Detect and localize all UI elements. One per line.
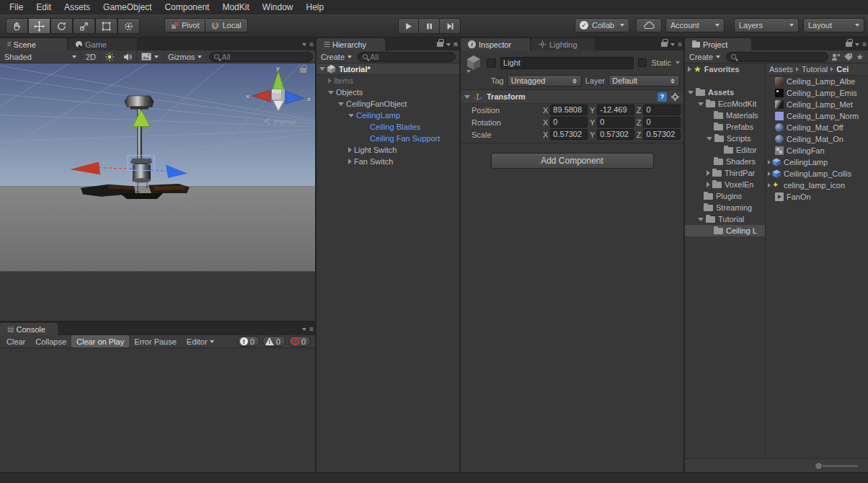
lock-icon[interactable] — [846, 42, 852, 47]
foldout-icon[interactable] — [328, 78, 332, 84]
breadcrumb-current[interactable]: Cei — [836, 65, 849, 74]
slider-track[interactable] — [822, 465, 858, 467]
asset-ceiling-mat-off[interactable]: Ceiling_Mat_Off — [766, 122, 868, 133]
tree-materials[interactable]: Materials — [685, 110, 765, 121]
scale-y-field[interactable]: 0.57302 — [597, 129, 634, 140]
search-by-type-icon[interactable] — [831, 53, 841, 61]
clear-on-play-button[interactable]: Clear on Play — [71, 335, 129, 347]
info-count-badge[interactable]: ! 0 — [237, 336, 260, 347]
scene-audio-toggle[interactable] — [119, 50, 137, 63]
transform-header[interactable]: Transform ? — [461, 90, 683, 104]
menu-assets[interactable]: Assets — [58, 0, 97, 14]
foldout-icon[interactable] — [768, 172, 771, 176]
scale-x-field[interactable]: 0.57302 — [550, 129, 588, 140]
hierarchy-item-ceiling-blades[interactable]: Ceiling Blades — [316, 121, 459, 133]
asset-ceiling-lamp-emissive[interactable]: Ceiling_Lamp_Emis — [766, 87, 868, 99]
foldout-icon[interactable] — [707, 137, 712, 141]
create-dropdown[interactable]: Create — [686, 53, 723, 61]
tree-favorites[interactable]: ★ Favorites — [685, 63, 765, 75]
gizmos-dropdown[interactable]: Gizmos — [164, 50, 207, 63]
thumbnail-size-slider[interactable] — [685, 458, 868, 472]
breadcrumb-assets[interactable]: Assets — [769, 65, 793, 74]
rotate-tool-button[interactable] — [50, 18, 73, 34]
gameobject-name-field[interactable]: Light — [500, 57, 634, 69]
foldout-icon[interactable] — [464, 95, 470, 99]
editor-dropdown[interactable]: Editor — [182, 335, 219, 347]
collapse-button[interactable]: Collapse — [30, 335, 71, 347]
play-button[interactable] — [398, 18, 419, 34]
asset-ceiling-lamp-metallic[interactable]: Ceiling_Lamp_Met — [766, 99, 868, 110]
foldout-icon[interactable] — [348, 147, 352, 153]
move-tool-button[interactable] — [28, 18, 50, 34]
tab-console[interactable]: ▤ Console — [0, 323, 58, 335]
tab-lighting[interactable]: Lighting — [531, 38, 595, 50]
tab-hierarchy[interactable]: ☰ Hierarchy — [316, 38, 385, 50]
pause-button[interactable] — [419, 18, 440, 34]
hierarchy-item-ceilinglamp[interactable]: CeilingLamp — [316, 110, 459, 121]
lock-icon[interactable] — [661, 42, 668, 47]
pivot-toggle-button[interactable]: Pivot — [164, 18, 205, 32]
foldout-icon[interactable] — [319, 67, 325, 71]
tree-scripts[interactable]: Scripts — [685, 133, 765, 144]
static-checkbox[interactable] — [638, 58, 647, 67]
tab-inspector[interactable]: i Inspector — [461, 38, 530, 50]
asset-ceilinglamp-collision-prefab[interactable]: CeilingLamp_Collis — [766, 168, 868, 180]
tree-assets[interactable]: Assets — [685, 87, 765, 98]
panel-divider[interactable] — [0, 321, 315, 322]
layer-dropdown[interactable]: Default — [608, 75, 680, 87]
console-log-area[interactable] — [0, 348, 315, 470]
menu-file[interactable]: File — [3, 0, 30, 14]
foldout-icon[interactable] — [698, 218, 704, 221]
asset-ceiling-lamp-icon-sprite[interactable]: celing_lamp_icon — [766, 180, 868, 191]
scale-tool-button[interactable] — [73, 18, 95, 34]
foldout-icon[interactable] — [707, 182, 710, 187]
tree-plugins[interactable]: Plugins — [685, 190, 765, 202]
panel-divider[interactable] — [683, 37, 685, 472]
scene-tab-menu[interactable]: ≡ — [302, 40, 313, 48]
chevron-down-icon[interactable] — [670, 43, 675, 46]
project-search-input[interactable] — [726, 52, 828, 62]
foldout-icon[interactable] — [707, 170, 710, 176]
hierarchy-search-input[interactable] — [358, 52, 456, 62]
chevron-down-icon[interactable] — [855, 43, 859, 46]
tree-shaders[interactable]: Shaders — [685, 156, 765, 167]
add-component-button[interactable]: Add Component — [491, 153, 654, 169]
rotation-z-field[interactable]: 0 — [643, 117, 681, 128]
tab-project[interactable]: Project — [685, 38, 751, 50]
scene-effects-dropdown[interactable] — [137, 50, 164, 63]
menu-gameobject[interactable]: GameObject — [97, 0, 158, 14]
asset-fanon-clip[interactable]: FanOn — [766, 191, 868, 203]
menu-help[interactable]: Help — [300, 0, 331, 14]
hand-tool-button[interactable] — [6, 18, 28, 34]
composite-tool-button[interactable] — [118, 18, 140, 34]
lock-icon[interactable] — [437, 42, 443, 47]
tree-ecomodkit[interactable]: EcoModKit — [685, 98, 765, 110]
foldout-icon[interactable] — [698, 102, 704, 106]
asset-ceiling-lamp-normal[interactable]: Ceiling_Lamp_Norm — [766, 110, 868, 122]
account-dropdown[interactable]: Account — [665, 18, 725, 32]
menu-edit[interactable]: Edit — [30, 0, 58, 14]
foldout-icon[interactable] — [768, 183, 771, 187]
tree-tutorial[interactable]: Tutorial — [685, 213, 765, 225]
error-count-badge[interactable]: ! 0 — [288, 336, 311, 347]
2d-toggle-button[interactable]: 2D — [81, 50, 101, 63]
scene-viewport[interactable]: y x z Persp — [0, 63, 315, 322]
hierarchy-item-fan-switch[interactable]: Fan Switch — [316, 156, 459, 167]
menu-window[interactable]: Window — [256, 0, 300, 14]
panel-divider[interactable] — [315, 37, 316, 472]
asset-ceiling-mat-on[interactable]: Ceiling_Mat_On — [766, 133, 868, 145]
clear-button[interactable]: Clear — [1, 335, 30, 347]
tab-game[interactable]: Game — [68, 38, 137, 50]
create-dropdown[interactable]: Create — [318, 53, 355, 61]
local-toggle-button[interactable]: Local — [205, 18, 247, 32]
asset-ceilingfan-controller[interactable]: CeilingFan — [766, 145, 868, 156]
collab-dropdown[interactable]: ✓ Collab — [575, 18, 629, 32]
foldout-icon[interactable] — [348, 159, 352, 164]
foldout-icon[interactable] — [688, 66, 691, 72]
menu-component[interactable]: Component — [158, 0, 216, 14]
menu-modkit[interactable]: ModKit — [216, 0, 255, 14]
tree-prefabs[interactable]: Prefabs — [685, 121, 765, 133]
foldout-icon[interactable] — [768, 160, 771, 164]
panel-divider[interactable] — [459, 37, 461, 472]
tab-scene[interactable]: # Scene — [0, 38, 67, 50]
